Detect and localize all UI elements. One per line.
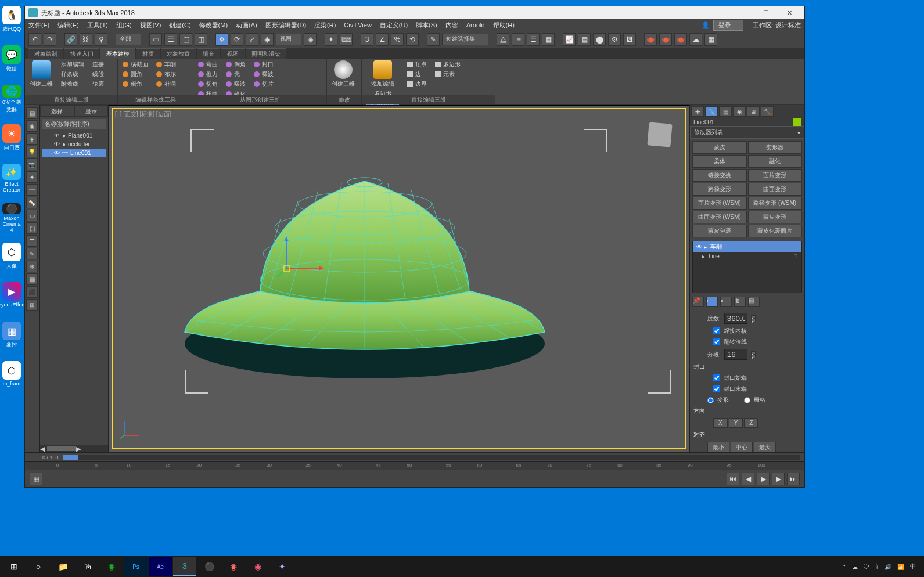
add-edit-poly-button[interactable]: 添加编辑多边形 bbox=[366, 60, 399, 98]
se-btn-6[interactable]: ✦ bbox=[26, 171, 38, 183]
ribbon-item[interactable]: 添加编辑 bbox=[61, 60, 84, 68]
keyboard-button[interactable]: ⌨ bbox=[340, 33, 353, 46]
flip-checkbox[interactable] bbox=[713, 338, 720, 345]
mirror-button[interactable]: ⧋ bbox=[497, 33, 509, 46]
motion-panel-tab[interactable]: ◉ bbox=[733, 106, 746, 117]
ribbon-tab-7[interactable]: 照明和渲染 bbox=[246, 48, 286, 59]
desktop-icon-sunflower[interactable]: ☀向日葵 bbox=[1, 124, 22, 153]
menu-edit[interactable]: 编辑(E) bbox=[57, 21, 79, 30]
se-btn-15[interactable]: ⬛ bbox=[26, 286, 38, 298]
menu-view[interactable]: 视图(V) bbox=[140, 21, 161, 30]
cap-end-checkbox[interactable] bbox=[713, 385, 720, 392]
align-max-button[interactable]: 最大 bbox=[754, 442, 776, 452]
mod-btn[interactable]: 融化 bbox=[748, 155, 803, 168]
menu-group[interactable]: 组(G) bbox=[116, 21, 132, 30]
create-panel-tab[interactable]: ✚ bbox=[691, 106, 704, 117]
mod-btn[interactable]: 曲面变形 (WSM) bbox=[692, 211, 747, 223]
menu-civil[interactable]: Civil View bbox=[344, 21, 371, 28]
ribbon-item[interactable]: 车削 bbox=[156, 60, 176, 68]
seg-spinner[interactable]: ▴▾ bbox=[751, 351, 756, 358]
menu-file[interactable]: 文件(F) bbox=[28, 21, 49, 30]
ribbon-item[interactable]: 顶点 bbox=[407, 60, 427, 68]
scene-scrollbar[interactable]: ◀▶ bbox=[40, 445, 108, 452]
ribbon-tab-3[interactable]: 材质 bbox=[136, 48, 160, 59]
menu-arnold[interactable]: Arnold bbox=[466, 21, 485, 28]
mod-btn[interactable]: 路径变形 bbox=[692, 183, 747, 196]
start-button[interactable]: ⊞ bbox=[2, 557, 26, 576]
search-button[interactable]: ○ bbox=[27, 557, 50, 576]
viewcube[interactable] bbox=[647, 122, 672, 147]
menu-modifier[interactable]: 修改器(M) bbox=[199, 21, 228, 30]
desktop-icon-beyond[interactable]: ▶BeyondEffects bbox=[1, 282, 22, 311]
seg-input[interactable] bbox=[724, 349, 747, 360]
scene-item-selected[interactable]: 👁〰Line001 bbox=[42, 149, 106, 157]
viewport[interactable]: [+] [正交] [标准] [边面] bbox=[109, 105, 689, 452]
ribbon-item[interactable]: 噪波 bbox=[226, 80, 246, 88]
se-btn-5[interactable]: 📷 bbox=[26, 158, 38, 170]
place-button[interactable]: ◉ bbox=[261, 33, 274, 46]
mod-btn[interactable]: 蒙皮包裹 bbox=[692, 225, 747, 237]
menu-custom[interactable]: 自定义(U) bbox=[380, 21, 408, 30]
modifier-list-dropdown[interactable]: 修改器列表▾ bbox=[690, 126, 804, 139]
desktop-icon-portrait[interactable]: ⬡人像 bbox=[1, 243, 22, 272]
bind-button[interactable]: ⚲ bbox=[95, 33, 107, 46]
ribbon-item[interactable]: 壳 bbox=[226, 70, 246, 78]
mod-btn[interactable]: 曲面变形 bbox=[748, 183, 803, 196]
selection-filter[interactable]: 全部 bbox=[116, 34, 141, 45]
degree-input[interactable] bbox=[724, 313, 747, 324]
se-btn-16[interactable]: ⊞ bbox=[26, 299, 38, 311]
desktop-icon-mfram[interactable]: ⬡m_fram bbox=[1, 361, 22, 390]
se-btn-10[interactable]: ⬚ bbox=[26, 222, 38, 234]
object-color[interactable] bbox=[793, 118, 801, 126]
object-name[interactable]: Line001 bbox=[693, 119, 714, 125]
mod-btn[interactable]: 蒙皮变形 bbox=[748, 211, 803, 223]
window-crossing-button[interactable]: ◫ bbox=[195, 33, 207, 46]
next-frame-button[interactable]: ▶ bbox=[772, 473, 785, 485]
mod-btn[interactable]: 链接变换 bbox=[692, 169, 747, 182]
se-btn-14[interactable]: ▦ bbox=[26, 273, 38, 285]
render-button[interactable]: 🫖 bbox=[644, 33, 657, 46]
stack-item-lathe[interactable]: 👁 ▸车削 bbox=[693, 241, 801, 252]
toggle-button[interactable]: ▦ bbox=[542, 33, 555, 46]
ribbon-item[interactable]: 多边形 bbox=[435, 60, 461, 68]
workspace-label[interactable]: 工作区: 设计标准 bbox=[753, 21, 801, 30]
close-button[interactable]: ✕ bbox=[778, 6, 801, 19]
move-button[interactable]: ✥ bbox=[215, 33, 228, 46]
align-button[interactable]: ⊫ bbox=[512, 33, 524, 46]
menu-content[interactable]: 内容 bbox=[445, 21, 458, 30]
render-preset-button[interactable]: ▦ bbox=[704, 33, 717, 46]
dir-z-button[interactable]: Z bbox=[744, 418, 758, 428]
ribbon-item[interactable]: 倒角 bbox=[123, 80, 148, 88]
make-unique-button[interactable]: ⅱ bbox=[720, 297, 732, 307]
tray-shield-icon[interactable]: 🛡 bbox=[864, 564, 869, 570]
task-3dsmax[interactable]: 3 bbox=[173, 557, 196, 576]
ribbon-item[interactable]: 样条线 bbox=[61, 70, 84, 78]
modify-panel-tab[interactable]: 🔧 bbox=[705, 106, 718, 117]
ribbon-item[interactable]: 圆角 bbox=[123, 70, 148, 78]
ribbon-item[interactable]: 横截面 bbox=[123, 60, 148, 68]
ribbon-item[interactable]: 封口 bbox=[254, 60, 274, 68]
menu-tools[interactable]: 工具(T) bbox=[87, 21, 108, 30]
ribbon-item[interactable]: 边界 bbox=[407, 80, 427, 88]
curve-editor-button[interactable]: 📈 bbox=[563, 33, 576, 46]
se-btn-4[interactable]: 💡 bbox=[26, 146, 38, 157]
desktop-icon-effect[interactable]: ✨Effect Creator bbox=[1, 164, 22, 193]
selection-set[interactable]: 创建选择集 bbox=[442, 34, 488, 45]
align-center-button[interactable]: 中心 bbox=[731, 442, 753, 452]
play-button[interactable]: ▶ bbox=[757, 473, 770, 485]
desktop-icon-c4d[interactable]: ⚫Maxon Cinema 4 bbox=[1, 203, 22, 232]
goto-end-button[interactable]: ⏭ bbox=[787, 473, 800, 485]
rotate-button[interactable]: ⟳ bbox=[231, 33, 243, 46]
task-c4d[interactable]: ⚫ bbox=[197, 557, 221, 576]
ribbon-item[interactable]: 布尔 bbox=[156, 70, 176, 78]
display-panel-tab[interactable]: 🖥 bbox=[747, 106, 760, 117]
viewport-label[interactable]: [+] [正交] [标准] [边面] bbox=[115, 110, 171, 118]
ribbon-item[interactable]: 元素 bbox=[435, 70, 461, 78]
ribbon-item[interactable]: 弯曲 bbox=[198, 60, 218, 68]
ref-coord[interactable]: 视图 bbox=[276, 34, 301, 45]
desktop-icon-xiangkong[interactable]: ▦象控 bbox=[1, 322, 22, 351]
tray-cloud-icon[interactable]: ☁ bbox=[852, 564, 858, 570]
render-prod-button[interactable]: 🫖 bbox=[659, 33, 672, 46]
task-explorer[interactable]: 📁 bbox=[51, 557, 74, 576]
snap-button[interactable]: 3 bbox=[361, 33, 373, 46]
